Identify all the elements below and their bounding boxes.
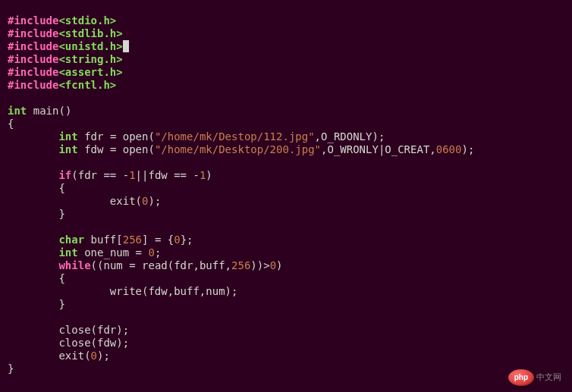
exit-call: exit( <box>110 195 142 207</box>
number-literal: 256 <box>231 259 250 271</box>
type-kw: int <box>58 130 77 143</box>
include-kw: #include <box>8 53 58 65</box>
include-kw: #include <box>8 40 58 52</box>
number-literal: 0600 <box>436 143 462 155</box>
type-kw: char <box>58 234 84 246</box>
include-header: <string.h> <box>58 53 122 65</box>
code-text: ||fdw == - <box>136 169 200 181</box>
brace: { <box>58 182 64 194</box>
brace: } <box>8 362 14 375</box>
include-kw: #include <box>8 79 58 91</box>
string-literal: "/home/mk/Desktop/200.jpg" <box>155 143 321 155</box>
watermark-badge: php 中文网 <box>508 369 561 386</box>
close-call: close(fdr); <box>58 324 129 336</box>
code-text: ); <box>97 350 110 362</box>
brace: { <box>58 272 64 284</box>
code-text: ; <box>155 246 161 259</box>
watermark-text: 中文网 <box>536 372 561 381</box>
type-kw: int <box>8 105 27 117</box>
code-text: ((num = read(fdr,buff, <box>91 259 231 271</box>
include-header: <stdio.h> <box>58 14 116 27</box>
exit-call: exit( <box>58 350 90 362</box>
include-header: <assert.h> <box>58 66 122 78</box>
number-literal: 256 <box>123 234 142 246</box>
code-text: (fdr == - <box>71 169 129 181</box>
include-kw: #include <box>8 14 58 27</box>
code-text: ) <box>276 259 282 271</box>
code-text: ,O_RDONLY); <box>315 130 385 143</box>
main-func: main() <box>33 105 72 117</box>
code-text: ] = { <box>142 234 174 246</box>
include-kw: #include <box>8 27 58 39</box>
code-text: buff[ <box>84 234 123 246</box>
string-literal: "/home/mk/Destop/112.jpg" <box>155 130 315 143</box>
number-literal: 0 <box>91 350 97 362</box>
code-text: fdw = open( <box>78 143 155 155</box>
number-literal: 1 <box>129 169 135 181</box>
code-text: ,O_WRONLY|O_CREAT, <box>321 143 436 155</box>
code-text: fdr = open( <box>78 130 155 143</box>
code-text: ); <box>148 195 161 207</box>
code-text: ); <box>461 143 474 155</box>
while-kw: while <box>58 259 90 271</box>
php-logo-icon: php <box>508 369 534 386</box>
include-header: <unistd.h> <box>58 40 122 52</box>
code-text: ))> <box>250 259 269 271</box>
brace: } <box>58 208 64 220</box>
include-header: <stdlib.h> <box>58 27 122 39</box>
number-literal: 0 <box>270 259 276 271</box>
include-kw: #include <box>8 66 58 78</box>
number-literal: 0 <box>148 246 154 259</box>
code-text: one_num = <box>78 246 149 259</box>
brace: } <box>58 298 64 310</box>
include-header: <fcntl.h> <box>58 79 116 91</box>
number-literal: 0 <box>174 234 180 246</box>
if-kw: if <box>58 169 71 181</box>
code-editor: #include<stdio.h> #include<stdlib.h> #in… <box>0 0 572 392</box>
write-call: write(fdw,buff,num); <box>110 285 238 297</box>
code-text: ) <box>206 169 212 181</box>
close-call: close(fdw); <box>58 337 129 349</box>
type-kw: int <box>58 246 77 259</box>
text-cursor <box>123 40 129 52</box>
type-kw: int <box>58 143 77 155</box>
code-text: }; <box>181 234 193 246</box>
brace: { <box>8 118 14 130</box>
